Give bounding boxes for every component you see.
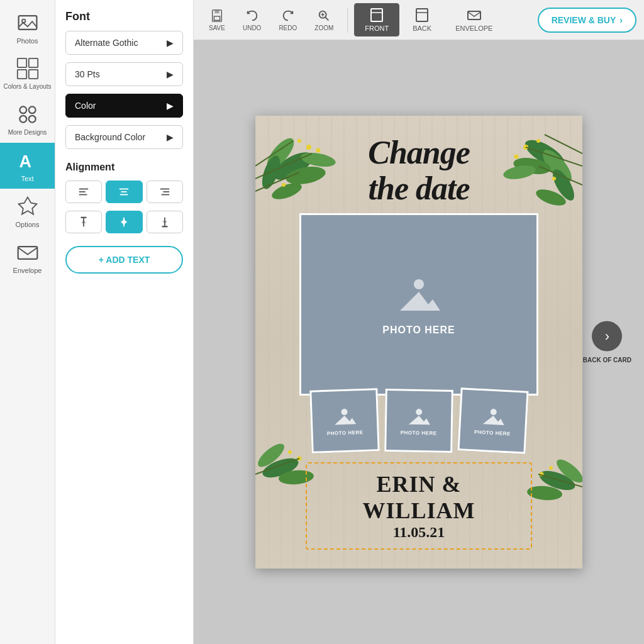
align-center-button[interactable]	[106, 180, 142, 203]
svg-rect-33	[214, 9, 219, 13]
svg-point-82	[288, 450, 292, 454]
svg-marker-27	[122, 219, 126, 222]
align-left-button[interactable]	[65, 180, 102, 203]
toolbar-divider	[347, 8, 348, 33]
front-view-button[interactable]: FRONT	[354, 3, 399, 36]
svg-rect-34	[214, 16, 219, 19]
svg-rect-39	[371, 9, 382, 21]
redo-button[interactable]: REDO	[271, 5, 304, 35]
card-headline: Change the date	[368, 135, 470, 206]
photo-main-placeholder[interactable]: PHOTO HERE	[299, 213, 538, 396]
svg-point-64	[536, 139, 540, 143]
svg-point-88	[549, 466, 553, 470]
photo-small-2-label: PHOTO HERE	[401, 430, 437, 436]
svg-rect-41	[416, 9, 428, 21]
sidebar-item-photos[interactable]: Photos	[0, 5, 55, 51]
svg-marker-24	[82, 219, 86, 223]
options-icon	[16, 195, 39, 218]
svg-marker-71	[400, 292, 440, 311]
canvas-area: Change the date PHOTO HERE	[194, 40, 644, 644]
align-right-button[interactable]	[147, 180, 183, 203]
sidebar: Photos Colors & Layouts More Designs	[0, 0, 55, 644]
back-view-button[interactable]: BACK	[402, 3, 442, 36]
sidebar-item-colors[interactable]: Colors & Layouts	[0, 51, 55, 97]
svg-point-66	[552, 177, 556, 180]
back-circle-icon: ›	[592, 321, 622, 352]
align-top-button[interactable]	[65, 211, 102, 233]
redo-label: REDO	[279, 25, 297, 31]
horizontal-alignment	[65, 180, 183, 203]
svg-point-9	[28, 116, 35, 123]
headline-line1: Change	[368, 135, 470, 170]
svg-marker-77	[483, 415, 505, 425]
size-chevron-icon: ▶	[167, 69, 174, 79]
svg-marker-73	[335, 415, 356, 425]
back-label: BACK	[413, 25, 431, 32]
svg-rect-5	[28, 70, 37, 79]
name-box: ERIN & WILLIAM 11.05.21	[306, 462, 532, 550]
color-selector[interactable]: Color ▶	[65, 94, 183, 118]
align-middle-button[interactable]	[106, 211, 142, 233]
sidebar-label-options: Options	[16, 221, 40, 228]
sidebar-item-envelope[interactable]: Envelope	[0, 235, 55, 280]
zoom-button[interactable]: ZOOM	[307, 5, 341, 35]
svg-marker-31	[162, 221, 167, 224]
sidebar-item-options[interactable]: Options	[0, 189, 55, 235]
font-chevron-icon: ▶	[167, 38, 174, 48]
font-selector[interactable]: Alternate Gothic ▶	[65, 31, 183, 55]
review-label: REVIEW & BUY	[552, 15, 616, 25]
photo-main-label: PHOTO HERE	[382, 325, 455, 336]
vertical-alignment	[65, 211, 183, 233]
zoom-label: ZOOM	[314, 25, 333, 31]
svg-rect-3	[28, 58, 37, 67]
review-buy-button[interactable]: REVIEW & BUY ›	[538, 8, 636, 33]
svg-point-70	[414, 279, 424, 289]
svg-point-65	[514, 155, 519, 159]
card-name: ERIN & WILLIAM	[319, 471, 518, 524]
panel-title: Font	[65, 10, 183, 23]
review-chevron-icon: ›	[619, 15, 623, 25]
background-color-selector[interactable]: Background Color ▶	[65, 125, 183, 149]
photo-small-2[interactable]: PHOTO HERE	[384, 389, 453, 453]
headline-line2: the date	[368, 170, 470, 206]
sidebar-item-designs[interactable]: More Designs	[0, 97, 55, 143]
toolbar: SAVE UNDO REDO ZOOM FRONT	[194, 0, 644, 40]
envelope-icon	[16, 241, 39, 264]
card: Change the date PHOTO HERE	[255, 116, 582, 569]
svg-marker-11	[18, 197, 36, 214]
svg-point-1	[22, 19, 25, 23]
sidebar-label-photos: Photos	[16, 37, 38, 45]
font-size-selector[interactable]: 30 Pts ▶	[65, 62, 183, 86]
undo-button[interactable]: UNDO	[235, 5, 269, 35]
svg-point-7	[28, 106, 35, 113]
sidebar-label-envelope: Envelope	[13, 267, 42, 274]
envelope-view-button[interactable]: ENVELOPE	[445, 3, 503, 36]
svg-line-36	[326, 17, 329, 20]
align-bottom-button[interactable]	[147, 211, 183, 233]
undo-label: UNDO	[243, 25, 261, 31]
svg-rect-12	[18, 247, 37, 259]
sidebar-label-designs: More Designs	[8, 129, 47, 136]
photo-small-1-label: PHOTO HERE	[327, 430, 364, 436]
svg-rect-43	[468, 11, 480, 19]
font-size: 30 Pts	[75, 69, 100, 79]
svg-point-6	[19, 106, 26, 113]
photo-small-1[interactable]: PHOTO HERE	[309, 388, 379, 453]
photo-main-icon	[394, 273, 444, 319]
text-icon: A	[16, 149, 39, 172]
save-button[interactable]: SAVE	[201, 5, 233, 35]
sidebar-item-text[interactable]: A Text	[0, 143, 55, 189]
alignment-title: Alignment	[65, 162, 183, 173]
color-label: Color	[75, 101, 96, 111]
svg-point-72	[341, 409, 347, 415]
main-area: SAVE UNDO REDO ZOOM FRONT	[194, 0, 644, 644]
front-label: FRONT	[365, 25, 389, 32]
add-text-button[interactable]: + ADD TEXT	[65, 246, 183, 274]
sidebar-label-text: Text	[21, 175, 33, 182]
svg-rect-2	[17, 58, 26, 67]
photo-small-3[interactable]: PHOTO HERE	[457, 387, 528, 454]
svg-text:A: A	[19, 152, 31, 171]
card-date: 11.05.21	[319, 524, 518, 541]
photos-row: PHOTO HERE PHOTO HERE PHOTO HERE	[299, 389, 538, 452]
back-of-card-button[interactable]: › BACK OF CARD	[583, 321, 631, 364]
